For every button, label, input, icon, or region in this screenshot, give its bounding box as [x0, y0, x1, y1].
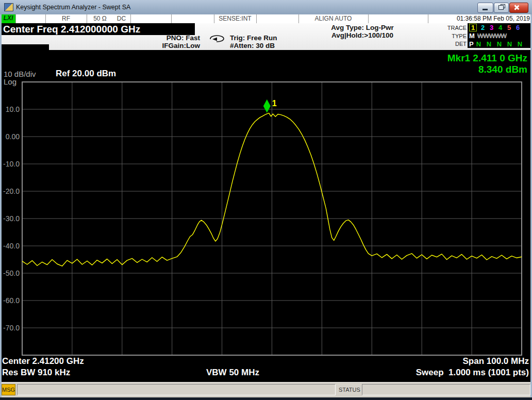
- y-axis-label: -70.0: [3, 324, 20, 332]
- span-annotation[interactable]: Span 100.0 MHz: [463, 356, 529, 366]
- msg-button[interactable]: MSG: [2, 384, 15, 395]
- y-axis-label: -60.0: [3, 296, 20, 305]
- sweep-annotation[interactable]: Sweep 1.000 ms (1001 pts): [416, 368, 529, 378]
- y-axis-label: 10.0: [6, 105, 20, 113]
- message-field: [17, 384, 336, 395]
- y-axis-label: -20.0: [3, 187, 20, 195]
- y-axis-label: -40.0: [3, 242, 20, 250]
- y-axis-label: -10.0: [3, 160, 20, 168]
- window-frame-left: [0, 14, 2, 400]
- center-annotation[interactable]: Center 2.41200 GHz: [2, 356, 84, 366]
- y-axis-label: -30.0: [3, 214, 20, 223]
- y-axis-label: 0.00: [6, 132, 20, 141]
- app-window: Keysight Spectrum Analyzer - Swept SA LX…: [0, 0, 532, 400]
- message-status-bar: MSG STATUS: [0, 382, 532, 398]
- status-label: STATUS: [339, 384, 360, 395]
- rbw-annotation[interactable]: Res BW 910 kHz: [2, 368, 70, 378]
- window-frame-bottom: [0, 397, 532, 400]
- marker-diamond: [263, 99, 271, 113]
- y-axis-label: -50.0: [3, 269, 20, 277]
- marker-number-label: 1: [272, 99, 277, 108]
- status-field: [362, 384, 530, 395]
- spectrum-plot: 10.00.00-10.0-20.0-30.0-40.0-50.0-60.0-7…: [0, 0, 532, 400]
- vbw-annotation[interactable]: VBW 50 MHz: [206, 368, 259, 378]
